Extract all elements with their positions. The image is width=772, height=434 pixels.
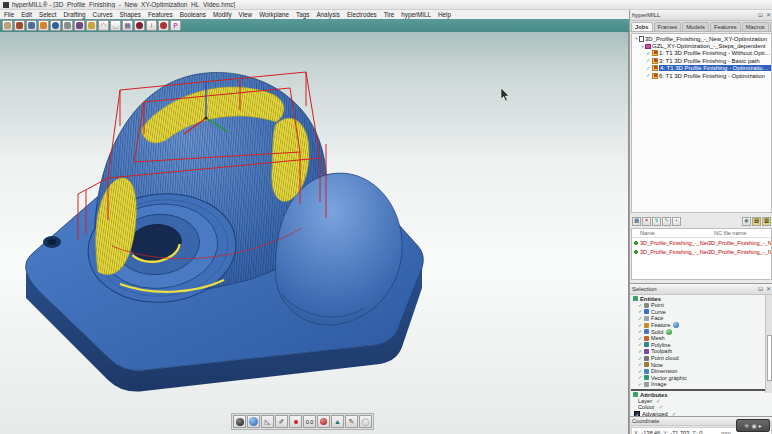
link-icon[interactable]: ↯ xyxy=(652,217,661,226)
panel-divider[interactable] xyxy=(631,389,772,391)
x-value[interactable]: -138.46 xyxy=(641,430,661,434)
tab-features[interactable]: Features xyxy=(710,22,741,31)
entity-curve[interactable]: ✓Curve xyxy=(631,309,772,316)
curve-icon[interactable]: ◡ xyxy=(110,20,121,31)
sphere-arrow-icon[interactable] xyxy=(158,20,169,31)
menu-shapes[interactable]: Shapes xyxy=(120,11,141,18)
mouse-cursor xyxy=(501,88,509,101)
close-icon[interactable]: ✕ xyxy=(766,12,771,18)
entity-point[interactable]: ✓Point xyxy=(631,302,772,309)
decimal-places-button[interactable]: 0.0 xyxy=(303,415,316,428)
tree-row-job-6[interactable]: ✓ 6: T1 3D Profile Finishing - Optimizat… xyxy=(632,72,771,79)
tree-row-document[interactable]: ▾ 3D_Profile_Finishing_-_New_XY-Optimiza… xyxy=(632,35,771,42)
tab-models[interactable]: Models xyxy=(682,22,709,31)
entity-dimension[interactable]: ✓Dimension xyxy=(631,368,772,375)
entity-image[interactable]: ✓Image xyxy=(631,381,772,388)
entities-group: Entities xyxy=(631,295,772,302)
csys-icon[interactable]: ▲ xyxy=(331,415,344,428)
tree-row-job-1[interactable]: ✓ 1: T1 3D Profile Finishing - Without O… xyxy=(632,50,771,57)
pin-icon[interactable]: ⊡ xyxy=(758,286,763,292)
menu-hypermill[interactable]: hyperMILL xyxy=(401,11,431,18)
grid-icon[interactable]: ◯ xyxy=(359,415,372,428)
edit-pencil-icon[interactable]: ✐ xyxy=(656,398,660,404)
entity-solid[interactable]: ✓Solid xyxy=(631,328,772,335)
menu-electrodes[interactable]: Electrodes xyxy=(347,11,377,18)
scrollbar[interactable] xyxy=(765,295,772,393)
menu-modify[interactable]: Modify xyxy=(213,11,232,18)
menu-tags[interactable]: Tags xyxy=(296,11,309,18)
delete-icon[interactable]: ✕ xyxy=(642,217,651,226)
entity-vector-graphic[interactable]: ✓Vector graphic xyxy=(631,375,772,382)
joblist-icon xyxy=(645,44,651,49)
entity-feature[interactable]: ✓Feature xyxy=(631,322,772,329)
tab-frames[interactable]: Frames xyxy=(654,22,682,31)
coordinate-panel: Coordinate ✛ ◉ ▸ X: -138.46 Y: -71.703 Z… xyxy=(630,416,772,434)
move-icon[interactable] xyxy=(62,20,73,31)
sphere-snap-icon[interactable] xyxy=(317,415,330,428)
refresh-icon[interactable]: ◉ xyxy=(742,217,751,226)
menu-features[interactable]: Features xyxy=(148,11,173,18)
entity-face[interactable]: ✓Face xyxy=(631,315,772,322)
sphere-icon[interactable] xyxy=(134,20,145,31)
box-icon[interactable] xyxy=(38,20,49,31)
menu-curves[interactable]: Curves xyxy=(93,11,113,18)
entity-note[interactable]: ✓Note xyxy=(631,361,772,368)
rotate-icon[interactable] xyxy=(50,20,61,31)
sketch-icon[interactable]: ✎ xyxy=(345,415,358,428)
entity-toolpath[interactable]: ✓Toolpath xyxy=(631,348,772,355)
brush-icon[interactable] xyxy=(74,20,85,31)
tree-row-job-4-selected[interactable]: ✓ 4: T1 3D Profile Finishing - Optimizat… xyxy=(632,65,771,72)
dot-icon[interactable]: • xyxy=(672,217,681,226)
tree-row-joblist[interactable]: ▾ GZL_XY-Optimization_-_Steps_dependent xyxy=(632,42,771,49)
lock-icon[interactable]: ▦ xyxy=(632,217,641,226)
section-icon[interactable]: ▦ xyxy=(122,20,133,31)
tab-macros[interactable]: Macros xyxy=(742,22,769,31)
expand-icon: ▸ xyxy=(759,423,762,429)
main-toolbar: ◠ ◡ ▦ i P xyxy=(0,19,629,32)
info-icon[interactable]: i xyxy=(146,20,157,31)
globe-icon[interactable] xyxy=(247,415,260,428)
pin-icon[interactable]: ⊡ xyxy=(758,12,763,18)
menu-edit[interactable]: Edit xyxy=(21,11,32,18)
menu-booleans[interactable]: Booleans xyxy=(180,11,206,18)
tab-jobs[interactable]: Jobs xyxy=(631,22,653,31)
screen-icon[interactable] xyxy=(26,20,37,31)
y-value[interactable]: -71.703 xyxy=(670,430,690,434)
coordinate-tools-button[interactable]: ✛ ◉ ▸ xyxy=(736,419,770,432)
column-nc-file-name[interactable]: NC file name xyxy=(706,230,771,236)
open-icon[interactable] xyxy=(2,20,13,31)
brush-icon[interactable]: ✐ xyxy=(275,415,288,428)
folder-plus-icon[interactable]: ▥ xyxy=(762,217,771,226)
recycle-icon xyxy=(666,329,672,335)
entity-point-cloud[interactable]: ✓Point cloud xyxy=(631,355,772,362)
scrollbar-thumb[interactable] xyxy=(767,335,772,381)
menu-drafting[interactable]: Drafting xyxy=(64,11,86,18)
pencil-icon[interactable] xyxy=(86,20,97,31)
menu-tire[interactable]: Tire xyxy=(384,11,395,18)
column-name[interactable]: Name xyxy=(632,230,706,236)
close-icon[interactable]: ✕ xyxy=(766,286,771,292)
menu-workplane[interactable]: Workplane xyxy=(259,11,289,18)
z-value[interactable]: 0 xyxy=(699,430,719,434)
menu-file[interactable]: File xyxy=(4,11,14,18)
sphere-icon: ◉ xyxy=(751,423,756,429)
3d-viewport[interactable]: ◺ ✐ 0.0 ▲ ✎ ◯ xyxy=(0,32,629,434)
tree-row-job-3[interactable]: ✓ 3: T1 3D Profile Finishing - Basic pat… xyxy=(632,57,771,64)
job-list-row[interactable]: 3D_Profile_Finishing_-_New... 3D_Profile… xyxy=(632,238,771,247)
save-icon[interactable] xyxy=(14,20,25,31)
menu-select[interactable]: Select xyxy=(39,11,57,18)
arc-icon[interactable]: ◠ xyxy=(98,20,109,31)
p-tool-icon[interactable]: P xyxy=(170,20,181,31)
job-list-row[interactable]: 3D_Profile_Finishing_-_New... 3D_Profile… xyxy=(632,247,771,256)
edit-pencil-icon[interactable]: ✐ xyxy=(658,404,662,410)
measure-icon[interactable]: ◺ xyxy=(261,415,274,428)
entity-polyline[interactable]: ✓Polyline xyxy=(631,342,772,349)
shaded-sphere-icon[interactable] xyxy=(233,415,246,428)
edit-icon[interactable]: ✎ xyxy=(662,217,671,226)
point-snap-icon[interactable] xyxy=(289,415,302,428)
entity-mesh[interactable]: ✓Mesh xyxy=(631,335,772,342)
menu-help[interactable]: Help xyxy=(438,11,451,18)
folder-icon[interactable]: ▤ xyxy=(752,217,761,226)
menu-view[interactable]: View xyxy=(239,11,253,18)
menu-analysis[interactable]: Analysis xyxy=(316,11,339,18)
